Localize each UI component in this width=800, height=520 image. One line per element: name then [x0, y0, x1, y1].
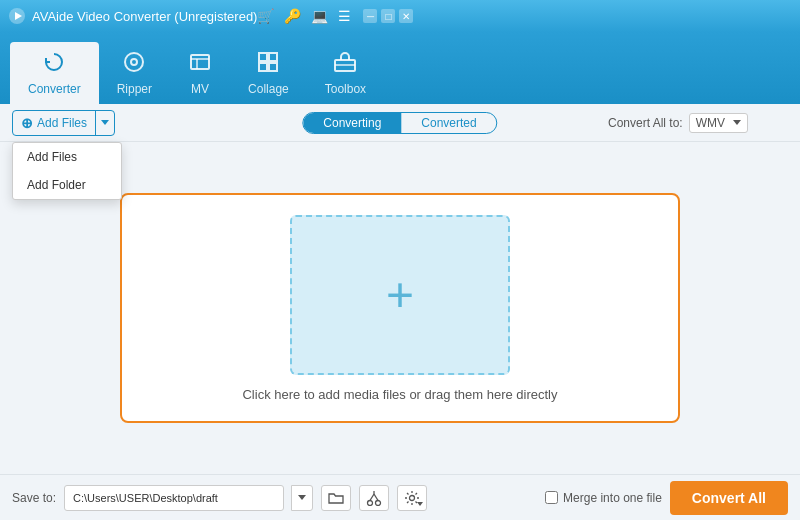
svg-point-3 [131, 59, 137, 65]
converter-icon [42, 50, 66, 78]
add-files-dropdown-arrow[interactable] [95, 111, 114, 135]
dropdown-item-add-files[interactable]: Add Files [13, 143, 121, 171]
save-path-arrow-icon [298, 495, 306, 500]
drop-zone-text: Click here to add media files or drag th… [242, 387, 557, 402]
dropdown-item-add-folder[interactable]: Add Folder [13, 171, 121, 199]
app-title: AVAide Video Converter (Unregistered) [32, 9, 257, 24]
add-files-button[interactable]: ⊕ Add Files [12, 110, 115, 136]
folder-open-button[interactable] [321, 485, 351, 511]
svg-line-14 [374, 494, 378, 501]
svg-rect-5 [259, 53, 267, 61]
settings-icon-button[interactable] [397, 485, 427, 511]
bottom-bar: Save to: C:\Users\USER\Desktop\draft Mer… [0, 474, 800, 520]
format-value: WMV [696, 116, 725, 130]
nav-ripper-label: Ripper [117, 82, 152, 96]
plus-icon: ⊕ [21, 115, 33, 131]
title-icons: 🛒 🔑 💻 ☰ [257, 8, 351, 24]
nav-item-converter[interactable]: Converter [10, 42, 99, 104]
ripper-icon [122, 50, 146, 78]
app-logo [8, 7, 26, 25]
mv-icon [188, 50, 212, 78]
save-path-box[interactable]: C:\Users\USER\Desktop\draft [64, 485, 284, 511]
toolbar: ⊕ Add Files Add Files Add Folder Convert… [0, 104, 800, 142]
svg-rect-7 [259, 63, 267, 71]
nav-item-collage[interactable]: Collage [230, 42, 307, 104]
minimize-button[interactable]: ─ [363, 9, 377, 23]
format-dropdown[interactable]: WMV [689, 113, 748, 133]
convert-all-section: Convert All to: WMV [608, 113, 748, 133]
svg-rect-8 [269, 63, 277, 71]
merge-label: Merge into one file [563, 491, 662, 505]
drop-plus-icon: + [386, 271, 414, 319]
add-files-main[interactable]: ⊕ Add Files [13, 111, 95, 135]
svg-rect-6 [269, 53, 277, 61]
nav-item-toolbox[interactable]: Toolbox [307, 42, 384, 104]
tab-switcher: Converting Converted [302, 112, 497, 134]
cut-icon-button[interactable] [359, 485, 389, 511]
maximize-button[interactable]: □ [381, 9, 395, 23]
svg-point-12 [376, 500, 381, 505]
window-controls: ─ □ ✕ [363, 9, 413, 23]
tab-converted[interactable]: Converted [401, 113, 496, 133]
add-files-label: Add Files [37, 116, 87, 130]
save-to-label: Save to: [12, 491, 56, 505]
nav-item-mv[interactable]: MV [170, 42, 230, 104]
monitor-icon[interactable]: 💻 [311, 8, 328, 24]
title-bar: AVAide Video Converter (Unregistered) 🛒 … [0, 0, 800, 32]
svg-line-13 [370, 494, 374, 501]
convert-all-label-text: Convert All to: [608, 116, 683, 130]
nav-mv-label: MV [191, 82, 209, 96]
svg-rect-4 [191, 55, 209, 69]
menu-icon[interactable]: ☰ [338, 8, 351, 24]
format-dropdown-arrow [733, 120, 741, 125]
toolbox-icon [333, 50, 357, 78]
save-path-value: C:\Users\USER\Desktop\draft [73, 492, 218, 504]
settings-arrow [417, 502, 423, 506]
svg-point-2 [125, 53, 143, 71]
save-path-dropdown[interactable] [291, 485, 313, 511]
nav-collage-label: Collage [248, 82, 289, 96]
drop-zone-outer[interactable]: + Click here to add media files or drag … [120, 193, 680, 423]
merge-checkbox-group: Merge into one file [545, 491, 662, 505]
cart-icon[interactable]: 🛒 [257, 8, 274, 24]
nav-item-ripper[interactable]: Ripper [99, 42, 170, 104]
svg-point-11 [368, 500, 373, 505]
tab-converting[interactable]: Converting [303, 113, 401, 133]
close-button[interactable]: ✕ [399, 9, 413, 23]
collage-icon [256, 50, 280, 78]
nav-bar: Converter Ripper MV [0, 32, 800, 104]
key-icon[interactable]: 🔑 [284, 8, 301, 24]
convert-all-button[interactable]: Convert All [670, 481, 788, 515]
add-files-dropdown-menu: Add Files Add Folder [12, 142, 122, 200]
drop-zone-wrapper: + Click here to add media files or drag … [242, 215, 557, 402]
drop-zone-inner[interactable]: + [290, 215, 510, 375]
nav-toolbox-label: Toolbox [325, 82, 366, 96]
nav-converter-label: Converter [28, 82, 81, 96]
merge-checkbox[interactable] [545, 491, 558, 504]
svg-point-16 [410, 495, 415, 500]
